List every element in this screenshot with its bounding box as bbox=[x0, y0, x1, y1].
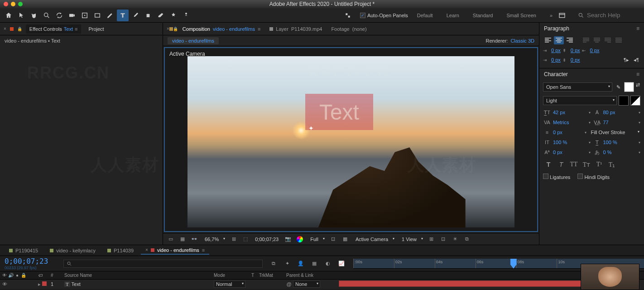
camera-tool-icon[interactable] bbox=[66, 10, 78, 21]
align-center-button[interactable] bbox=[554, 36, 564, 44]
hand-tool-icon[interactable] bbox=[28, 10, 40, 21]
region-of-interest-icon[interactable]: ⬚ bbox=[241, 235, 250, 243]
timeline-timecode[interactable]: 0;00;07;23 bbox=[5, 257, 59, 266]
type-tool-icon[interactable] bbox=[117, 10, 129, 21]
grid-guides-icon[interactable]: ⊡ bbox=[439, 235, 447, 243]
panel-close-icon[interactable]: × bbox=[4, 26, 6, 31]
transparency-grid-icon[interactable]: ▦ bbox=[178, 235, 187, 243]
workspace-standard[interactable]: Standard bbox=[470, 11, 496, 20]
always-preview-icon[interactable]: ▭ bbox=[167, 235, 175, 243]
roto-brush-tool-icon[interactable] bbox=[168, 10, 179, 21]
zoom-tool-icon[interactable] bbox=[41, 10, 53, 21]
lock-toggle-icon[interactable]: 🔒 bbox=[21, 273, 26, 278]
toggle-3d-icon[interactable]: ▩ bbox=[341, 235, 349, 243]
pixel-aspect-icon[interactable]: ⊞ bbox=[428, 235, 436, 243]
hindi-digits-checkbox[interactable] bbox=[577, 174, 583, 179]
rectangle-tool-icon[interactable] bbox=[91, 10, 103, 21]
window-minimize-button[interactable] bbox=[11, 2, 15, 6]
no-color-swatch[interactable] bbox=[630, 96, 640, 106]
show-channel-icon[interactable] bbox=[296, 235, 304, 243]
horiz-scale-field[interactable]: 100 % bbox=[603, 140, 637, 145]
pen-tool-icon[interactable] bbox=[104, 10, 116, 21]
paragraph-menu-icon[interactable]: ≡ bbox=[636, 25, 639, 32]
tsume-field[interactable]: 0 % bbox=[603, 150, 637, 155]
solo-toggle-icon[interactable]: ● bbox=[14, 273, 20, 278]
justify-all-button[interactable] bbox=[614, 36, 624, 44]
viewer-timecode[interactable]: 0;00;07;23 bbox=[253, 237, 280, 242]
faux-italic-button[interactable]: T bbox=[556, 160, 567, 169]
frame-blend-icon[interactable]: ▦ bbox=[310, 259, 319, 268]
mask-visibility-icon[interactable]: 👓 bbox=[190, 235, 198, 243]
indent-right-field[interactable]: 0 px bbox=[590, 48, 600, 53]
indent-left-field[interactable]: 0 px bbox=[551, 48, 561, 53]
vert-scale-field[interactable]: 100 % bbox=[553, 140, 587, 145]
justify-last-right-button[interactable] bbox=[603, 36, 613, 44]
pickwhip-icon[interactable]: @ bbox=[286, 281, 292, 287]
faux-bold-button[interactable]: T bbox=[543, 160, 554, 169]
column-source-name[interactable]: Source Name bbox=[62, 273, 212, 278]
layer-mode-dropdown[interactable]: Normal bbox=[214, 280, 245, 288]
swap-colors-icon[interactable]: ⇄ bbox=[636, 82, 640, 92]
stroke-color-swatch[interactable] bbox=[619, 96, 629, 106]
snapping-icon[interactable] bbox=[342, 10, 354, 21]
workspace-learn[interactable]: Learn bbox=[444, 11, 462, 20]
draft-3d-icon[interactable]: ✦ bbox=[283, 259, 292, 268]
all-caps-button[interactable]: TT bbox=[568, 160, 579, 169]
motion-blur-icon[interactable]: ◐ bbox=[323, 259, 332, 268]
tracking-field[interactable]: 77 bbox=[603, 120, 637, 125]
pan-behind-tool-icon[interactable] bbox=[79, 10, 91, 21]
fill-over-stroke-dropdown[interactable]: Fill Over Stroke bbox=[589, 129, 641, 136]
composition-viewer[interactable]: Active Camera Text ✦ bbox=[164, 47, 538, 232]
anchor-point-icon[interactable]: ✦ bbox=[308, 125, 314, 132]
snapshot-icon[interactable]: 📷 bbox=[284, 235, 292, 243]
renderer-dropdown[interactable]: Classic 3D bbox=[510, 38, 534, 44]
flowchart-icon[interactable]: ⧉ bbox=[463, 235, 471, 243]
video-toggle-icon[interactable]: 👁 bbox=[2, 273, 7, 278]
orbit-tool-icon[interactable] bbox=[53, 10, 65, 21]
search-help-input[interactable] bbox=[587, 12, 641, 19]
views-dropdown[interactable]: 1 View bbox=[399, 236, 424, 243]
eyedropper-icon[interactable]: ✎ bbox=[614, 83, 622, 91]
graph-editor-icon[interactable]: 📈 bbox=[337, 259, 346, 268]
timeline-tab-3[interactable]: ×video - endurefilms≡ bbox=[141, 246, 209, 255]
exposure-icon[interactable]: ☀ bbox=[451, 235, 459, 243]
align-left-button[interactable] bbox=[543, 36, 553, 44]
layer-video-toggle[interactable]: 👁 bbox=[2, 281, 7, 287]
window-close-button[interactable] bbox=[4, 2, 8, 6]
workspace-small-screen[interactable]: Small Screen bbox=[504, 11, 538, 20]
clone-stamp-tool-icon[interactable] bbox=[142, 10, 154, 21]
superscript-button[interactable]: T¹ bbox=[594, 160, 605, 169]
align-right-button[interactable] bbox=[565, 36, 575, 44]
comp-breadcrumb[interactable]: video - endurefilms bbox=[168, 37, 219, 44]
text-direction-rtl-icon[interactable]: ◂¶ bbox=[632, 56, 640, 64]
subscript-button[interactable]: T₁ bbox=[606, 160, 617, 169]
effect-controls-tab[interactable]: Effect Controls Text ≡ bbox=[26, 24, 82, 34]
footage-tab[interactable]: Footage (none) bbox=[327, 24, 371, 34]
brush-tool-icon[interactable] bbox=[130, 10, 141, 21]
active-camera-dropdown[interactable]: Active Camera bbox=[353, 236, 395, 243]
leading-field[interactable]: 80 px bbox=[603, 110, 637, 115]
small-caps-button[interactable]: Tᴛ bbox=[581, 160, 592, 169]
workspace-default[interactable]: Default bbox=[414, 11, 436, 20]
justify-last-center-button[interactable] bbox=[592, 36, 602, 44]
baseline-field[interactable]: 0 px bbox=[553, 150, 587, 155]
fill-color-swatch[interactable] bbox=[624, 82, 634, 92]
character-menu-icon[interactable]: ≡ bbox=[636, 71, 639, 77]
puppet-pin-tool-icon[interactable] bbox=[180, 10, 192, 21]
panel-lock-icon[interactable]: 🔒 bbox=[17, 27, 22, 31]
stroke-width-field[interactable]: 0 px bbox=[553, 130, 583, 135]
eraser-tool-icon[interactable] bbox=[155, 10, 167, 21]
project-tab[interactable]: Project bbox=[85, 24, 107, 34]
timeline-tab-0[interactable]: P1190415 bbox=[5, 247, 43, 254]
layer-color-label[interactable] bbox=[42, 281, 47, 286]
resolution-dropdown[interactable]: Full bbox=[308, 236, 326, 243]
font-size-field[interactable]: 42 px bbox=[553, 110, 587, 115]
font-style-dropdown[interactable]: Light bbox=[543, 96, 617, 105]
auto-open-panels-checkbox[interactable] bbox=[360, 13, 365, 18]
comp-lock-icon[interactable]: 🔒 bbox=[173, 27, 178, 31]
zoom-dropdown[interactable]: 66,7% bbox=[202, 236, 226, 243]
audio-toggle-icon[interactable]: 🔊 bbox=[8, 273, 14, 278]
label-column-icon[interactable]: 🏷 bbox=[38, 273, 43, 278]
layer-tab[interactable]: Layer P114039.mp4 bbox=[265, 24, 327, 34]
layer-duration-bar[interactable] bbox=[339, 280, 583, 287]
